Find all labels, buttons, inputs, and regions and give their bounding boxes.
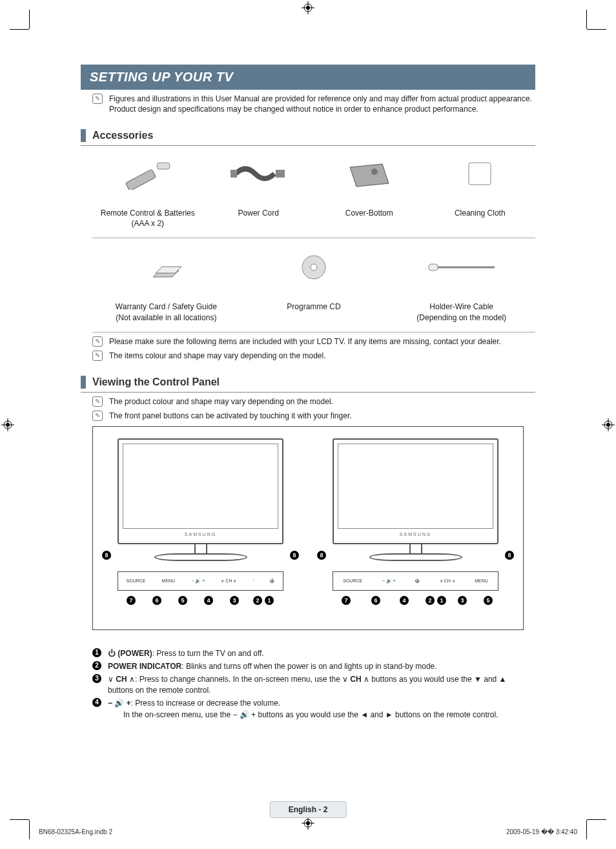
crop-mark [29,820,30,839]
tv-screen-icon [338,444,493,529]
accessory-item: Power Cord [203,148,314,234]
warranty-card-icon [95,247,238,287]
legend-item-2: 2 POWER INDICATOR: Blinks and turns off … [92,661,524,671]
tv-stand-base-icon [369,553,462,561]
crop-mark [586,10,587,29]
callout-8: 8 [102,551,111,560]
section-title: SETTING UP YOUR TV [81,65,535,90]
registration-mark-icon [602,418,615,431]
control-panel-diagram: SAMSUNG 8 8 SOURCE MENU − 🔊 + ∨ CH ∧ · ⏻… [92,426,524,630]
callout-5: 5 [484,596,493,605]
note-icon: ✎ [92,94,103,104]
heading-bar-icon [81,376,86,389]
tv-stand-base-icon [154,553,247,561]
accessories-note: ✎ Please make sure the following items a… [92,336,535,347]
button-bar: SOURCE − 🔊 + ⏻ ∨ CH ∧ MENU [333,571,498,591]
note-text: The product colour and shape may vary de… [109,396,333,407]
legend-text: : Press to turn the TV on and off. [152,649,264,658]
chevron-down-icon: ∨ [108,675,116,684]
accessory-caption: Remote Control & Batteries (AAA x 2) [95,208,201,229]
btn-label: ⏻ [415,578,420,584]
cd-icon [243,247,385,287]
btn-label: ∨ CH ∧ [440,578,455,584]
btn-label: MENU [162,578,176,584]
accessory-caption-line2: (Not available in all locations) [116,313,216,322]
power-cord-icon [206,154,312,194]
callout-8: 8 [505,551,514,560]
panel-note: ✎ The front panel buttons can be activat… [92,411,535,421]
callout-1: 1 [265,596,274,605]
tv-brand-label: SAMSUNG [99,531,302,537]
accessory-item: Programme CD [240,242,388,327]
callout-4: 4 [204,596,213,605]
btn-label: SOURCE [343,578,362,584]
bullet-4: 4 [92,698,101,707]
svg-point-25 [311,264,317,271]
svg-rect-26 [429,264,438,271]
button-bar: SOURCE MENU − 🔊 + ∨ CH ∧ · ⏻ [118,571,283,591]
intro-note: ✎ Figures and illustrations in this User… [92,94,535,114]
legend-item-1: 1 ⏻ (POWER): Press to turn the TV on and… [92,648,524,659]
crop-mark [586,820,587,839]
callout-6: 6 [371,596,380,605]
svg-rect-19 [276,170,285,178]
callout-8: 8 [290,551,299,560]
svg-rect-18 [231,170,237,178]
page-number-badge: English - 2 [270,801,347,818]
accessory-caption: Programme CD [243,302,385,312]
accessories-heading-row: Accessories [81,128,535,143]
imprint-left: BN68-02325A-Eng.indb 2 [39,828,112,837]
bullet-2: 2 [92,661,101,670]
callout-7: 7 [342,596,351,605]
accessories-grid: Remote Control & Batteries (AAA x 2) Pow… [92,148,535,332]
bullet-1: 1 [92,648,101,657]
remote-icon [95,154,201,194]
intro-note-text: Figures and illustrations in this User M… [109,94,535,114]
callout-3: 3 [230,596,239,605]
callout-1: 1 [437,596,446,605]
svg-point-20 [371,169,378,175]
imprint-row: BN68-02325A-Eng.indb 2 2009-05-19 �� 3:4… [39,828,577,837]
divider [92,238,535,238]
accessory-item: Cleaning Cloth [425,148,536,234]
page-content: SETTING UP YOUR TV ✎ Figures and illustr… [81,65,535,810]
legend-text: : Press to change channels. In the on-sc… [135,675,342,684]
svg-rect-16 [125,169,156,190]
note-text: The front panel buttons can be activated… [109,411,352,421]
accessory-item: Cover-Bottom [314,148,425,234]
callout-2: 2 [426,596,435,605]
svg-rect-17 [157,163,170,169]
legend-label: (POWER) [118,649,152,658]
note-icon: ✎ [92,351,103,361]
divider [81,392,535,393]
crop-mark [587,29,606,30]
power-icon: ⏻ [108,649,116,658]
tv-diagram-left: SAMSUNG 8 8 SOURCE MENU − 🔊 + ∨ CH ∧ · ⏻… [99,436,302,597]
accessory-item: Remote Control & Batteries (AAA x 2) [92,148,203,234]
cover-bottom-icon [316,154,422,194]
accessory-caption-line2: (Depending on the model) [416,313,506,322]
note-icon: ✎ [92,336,103,347]
accessory-caption: Holder-Wire Cable (Depending on the mode… [390,302,533,322]
accessory-caption: Power Cord [206,208,312,218]
svg-rect-21 [469,163,491,185]
accessory-caption-line1: Warranty Card / Safety Guide [116,302,217,311]
legend-item-3: 3 ∨ CH ∧: Press to change channels. In t… [92,674,524,695]
accessory-caption-line1: Holder-Wire Cable [429,302,493,311]
legend-list: 1 ⏻ (POWER): Press to turn the TV on and… [92,648,524,720]
note-text: Please make sure the following items are… [109,336,501,347]
holder-wire-icon [390,247,533,287]
legend-text: : Blinks and turns off when the power is… [181,662,436,671]
callout-6: 6 [152,596,161,605]
accessory-item: Holder-Wire Cable (Depending on the mode… [387,242,535,327]
control-panel-heading-row: Viewing the Control Panel [81,375,535,389]
tv-brand-label: SAMSUNG [314,531,517,537]
btn-label: ∨ CH ∧ [221,578,236,584]
ch-icon: ∨ CH ∧ [342,675,369,684]
legend-item-4: 4 − 🔊 +: Press to increase or decrease t… [92,698,524,720]
callout-4: 4 [400,596,409,605]
btn-label: − 🔊 + [191,578,205,584]
cleaning-cloth-icon [427,154,533,194]
divider [92,332,535,332]
crop-mark [29,10,30,29]
